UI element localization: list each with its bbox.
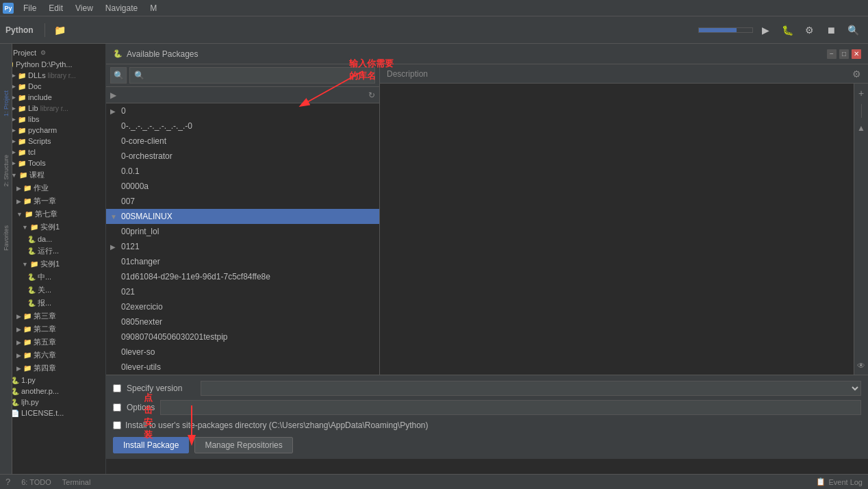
pkg-15[interactable]: 090807040506030201testpip (106, 329, 379, 344)
sidebar-libs[interactable]: ▶ 📁 libs (0, 114, 105, 125)
favorites-tab[interactable]: Favorites (1, 220, 12, 256)
sidebar-include[interactable]: ▶ 📁 include (0, 92, 105, 103)
pkg-0[interactable]: ▶ 0 (106, 103, 379, 118)
options-input[interactable] (160, 400, 861, 415)
zh-icon: 🐍 (27, 273, 36, 281)
dialog-restore-btn[interactable]: □ (839, 49, 849, 59)
pkg-9[interactable]: ▶ 0121 (106, 239, 379, 254)
install-path-label: Install to user's site-packages director… (125, 421, 429, 430)
sidebar-ch1[interactable]: ▶ 📁 第一章 (0, 195, 105, 208)
pkg-12[interactable]: 021 (106, 284, 379, 299)
sidebar-license[interactable]: 📄 LICENSE.t... (0, 408, 105, 418)
sidebar-zh-file[interactable]: 🐍 中... (0, 271, 105, 284)
event-log-item[interactable]: 📋 Event Log (816, 477, 863, 486)
help-btn[interactable]: ? (5, 477, 10, 487)
pkg-4[interactable]: 0.0.1 (106, 164, 379, 179)
sidebar-run-file[interactable]: 🐍 运行... (0, 244, 105, 258)
pkg-6[interactable]: 007 (106, 194, 379, 209)
dialog-py-icon: 🐍 (113, 49, 123, 58)
todo-item[interactable]: 6: TODO (21, 478, 51, 486)
pkg-10[interactable]: 01changer (106, 254, 379, 269)
pkg-17[interactable]: 0lever-utils (106, 360, 379, 375)
manage-repos-btn[interactable]: Manage Repositories (194, 437, 292, 453)
pkg-8[interactable]: 00print_lol (106, 224, 379, 239)
sidebar-1py[interactable]: 🐍 1.py (0, 375, 105, 386)
doc-icon: 📁 (18, 83, 26, 90)
sidebar-homework[interactable]: ▶ 📁 作业 (0, 181, 105, 195)
scroll-up-btn[interactable]: ▲ (857, 123, 865, 133)
desc-gear-icon[interactable]: ⚙ (852, 68, 861, 79)
sidebar-ch4[interactable]: ▶ 📁 第四章 (0, 362, 105, 375)
pkg-16[interactable]: 0lever-so (106, 344, 379, 360)
pkg-7[interactable]: ▼ 00SMALINUX (106, 209, 379, 224)
sidebar-project-header[interactable]: ▼ Project ⚙ (0, 47, 105, 59)
pkg-14[interactable]: 0805nexter (106, 314, 379, 329)
dialog-close-btn[interactable]: ✕ (852, 49, 861, 59)
sidebar-tools[interactable]: ▶ 📁 Tools (0, 158, 105, 168)
left-edge-tabs: 1: Project 2: Structure Favorites (0, 44, 12, 474)
terminal-item[interactable]: Terminal (62, 478, 91, 486)
profile-btn[interactable]: ⚙ (800, 21, 819, 40)
pkg-12-name: 021 (121, 287, 135, 297)
structure-tab[interactable]: 2: Structure (1, 149, 12, 192)
sidebar-ch5[interactable]: ▶ 📁 第五章 (0, 336, 105, 349)
sidebar-guan-file[interactable]: 🐍 关... (0, 284, 105, 297)
run-btn[interactable]: ▶ (756, 21, 775, 40)
eye-icon-btn[interactable]: 👁 (857, 361, 865, 371)
project-tab[interactable]: 1: Project (1, 85, 12, 122)
menu-navigate[interactable]: Navigate (100, 2, 143, 14)
sidebar-ch2[interactable]: ▶ 📁 第二章 (0, 323, 105, 336)
ch1-icon: 📁 (23, 197, 31, 205)
pkg-13[interactable]: 02exercicio (106, 299, 379, 314)
sidebar-pycharm[interactable]: ▶ 📁 pycharm (0, 125, 105, 136)
pkg-8-name: 00print_lol (121, 227, 159, 236)
version-select[interactable] (201, 381, 861, 396)
search-btn[interactable]: 🔍 (843, 21, 863, 40)
specify-version-checkbox[interactable] (113, 384, 121, 392)
dialog-controls: − □ ✕ (827, 49, 861, 59)
zh-label: 中... (38, 272, 51, 282)
sidebar-ch3[interactable]: ▶ 📁 第三章 (0, 310, 105, 323)
pkg-2[interactable]: 0-core-client (106, 134, 379, 149)
stop-btn[interactable]: ⏹ (821, 21, 841, 40)
sidebar-lib[interactable]: ▶ 📁 Lib library r... (0, 103, 105, 114)
sidebar-example1[interactable]: ▼ 📁 实例1 (0, 221, 105, 234)
menu-m[interactable]: M (144, 2, 162, 14)
ex2-icon: 📁 (30, 260, 38, 268)
menu-edit[interactable]: Edit (43, 2, 68, 14)
ex1-label: 实例1 (40, 222, 60, 232)
sidebar-doc[interactable]: ▶ 📁 Doc (0, 81, 105, 92)
dialog-minimize-btn[interactable]: − (827, 49, 837, 59)
sidebar-another-py[interactable]: 🐍 another.p... (0, 386, 105, 397)
sidebar-example2[interactable]: ▼ 📁 实例1 (0, 258, 105, 271)
search-icon-btn[interactable]: 🔍 (110, 67, 127, 84)
sidebar-ljh-py[interactable]: 🐍 ljh.py (0, 397, 105, 408)
sidebar-ch7[interactable]: ▼ 📁 第七章 (0, 208, 105, 221)
pkg-1[interactable]: 0-._.-._.-._.-._.-._.-0 (106, 118, 379, 134)
options-checkbox[interactable] (113, 403, 121, 412)
sidebar-da-file[interactable]: 🐍 da... (0, 234, 105, 244)
lib-icon: 📁 (18, 105, 26, 112)
pkg-3[interactable]: 0-orchestrator (106, 149, 379, 164)
sidebar-bao-file[interactable]: 🐍 报... (0, 297, 105, 310)
menu-file[interactable]: File (18, 2, 42, 14)
pkg-11[interactable]: 01d61084-d29e-11e9-96d1-7c5cf84ffe8e (106, 269, 379, 284)
search-input[interactable] (129, 67, 375, 84)
sidebar-ch6[interactable]: ▶ 📁 第六章 (0, 349, 105, 362)
pkg-5[interactable]: 00000a (106, 179, 379, 194)
sidebar-dlls[interactable]: ▶ 📁 DLLs library r... (0, 70, 105, 81)
refresh-btn[interactable]: ↻ (368, 90, 375, 100)
project-btn[interactable]: 📁 (51, 21, 70, 40)
install-package-btn[interactable]: Install Package (113, 437, 189, 453)
install-path-checkbox[interactable] (113, 421, 121, 429)
menu-view[interactable]: View (70, 2, 99, 14)
add-icon-btn[interactable]: + (858, 88, 864, 99)
sidebar-tcl[interactable]: ▶ 📁 tcl (0, 147, 105, 158)
sidebar-scripts[interactable]: ▶ 📁 Scripts (0, 136, 105, 147)
pkg-0-expand: ▶ (110, 108, 118, 115)
sidebar-courses[interactable]: ▼ 📁 课程 (0, 168, 105, 181)
sidebar-root[interactable]: 📁 Python D:\Pyth... (0, 59, 105, 70)
debug-btn[interactable]: 🐛 (778, 21, 797, 40)
tcl-label: tcl (28, 148, 36, 156)
pkg-13-name: 02exercicio (121, 302, 163, 312)
